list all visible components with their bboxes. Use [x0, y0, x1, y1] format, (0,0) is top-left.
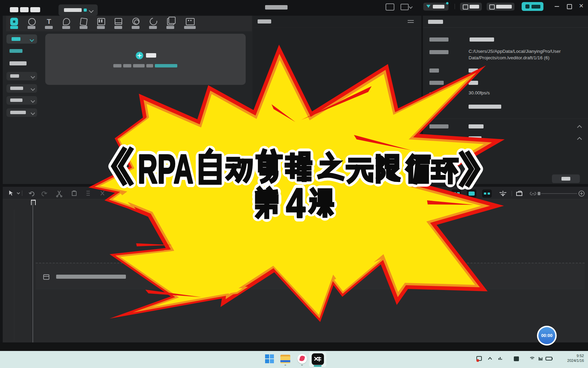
svg-text:4: 4 — [286, 180, 305, 226]
svg-text:RPA: RPA — [138, 147, 193, 191]
